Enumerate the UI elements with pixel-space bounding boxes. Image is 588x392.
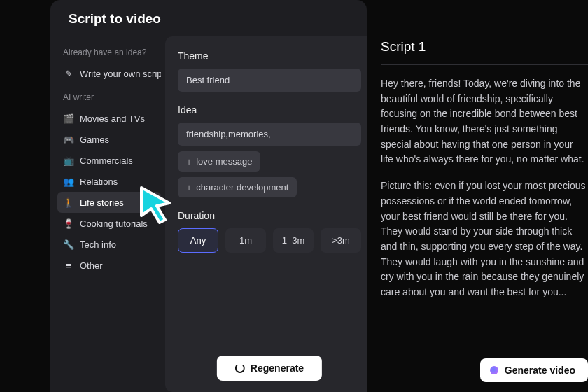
regenerate-label: Regenerate bbox=[251, 363, 304, 374]
sidebar-item-label: Commercials bbox=[80, 155, 133, 166]
sidebar-item-tech[interactable]: 🔧 Tech info bbox=[57, 234, 161, 255]
idea-input[interactable] bbox=[178, 122, 361, 146]
sidebar-item-label: Relations bbox=[80, 176, 118, 187]
sidebar-item-movies[interactable]: 🎬 Movies and TVs bbox=[57, 108, 161, 129]
generate-video-button[interactable]: Generate video bbox=[480, 358, 588, 382]
sidebar-item-life-stories[interactable]: 🚶 Life stories bbox=[57, 192, 161, 213]
tv-icon: 📺 bbox=[63, 155, 74, 166]
plus-icon: + bbox=[186, 157, 192, 167]
duration-any[interactable]: Any bbox=[178, 228, 218, 253]
generate-label: Generate video bbox=[505, 365, 575, 376]
script-paragraph: Picture this: even if you lost your most… bbox=[381, 178, 588, 300]
script-paragraph: Hey there, friends! Today, we're diving … bbox=[381, 76, 588, 167]
chip-label: character development bbox=[196, 182, 288, 192]
sidebar-item-label: Cooking tutorials bbox=[80, 218, 148, 229]
sidebar-item-label: Life stories bbox=[80, 197, 124, 208]
idea-suggestions: + love message + character development bbox=[178, 151, 361, 197]
sidebar-item-label: Games bbox=[80, 134, 109, 145]
sidebar-item-label: Other bbox=[80, 260, 103, 271]
sidebar-item-cooking[interactable]: 🍷 Cooking tutorials bbox=[57, 213, 161, 234]
sidebar: Already have an idea? ✎ Write your own s… bbox=[50, 36, 165, 392]
sidebar-item-label: Tech info bbox=[80, 239, 116, 250]
wrench-icon: 🔧 bbox=[63, 239, 74, 250]
sidebar-item-label: Movies and TVs bbox=[80, 113, 145, 124]
duration-gt3m[interactable]: >3m bbox=[321, 228, 361, 253]
list-icon: ≡ bbox=[63, 260, 74, 271]
panel-body: Already have an idea? ✎ Write your own s… bbox=[50, 36, 367, 392]
sidebar-item-write-own[interactable]: ✎ Write your own script bbox=[57, 63, 161, 84]
duration-label: Duration bbox=[178, 210, 361, 221]
script-body: Hey there, friends! Today, we're diving … bbox=[381, 76, 588, 300]
wine-icon: 🍷 bbox=[63, 218, 74, 229]
regenerate-button[interactable]: Regenerate bbox=[217, 356, 322, 381]
plus-icon: + bbox=[186, 183, 192, 192]
sidebar-heading-ai: AI writer bbox=[57, 88, 161, 108]
sidebar-item-games[interactable]: 🎮 Games bbox=[57, 129, 161, 150]
idea-label: Idea bbox=[178, 104, 361, 115]
panel-title: Script to video bbox=[50, 0, 367, 36]
theme-input[interactable] bbox=[178, 69, 361, 92]
sparkle-icon bbox=[490, 366, 498, 374]
sidebar-item-label: Write your own script bbox=[80, 69, 161, 79]
film-icon: 🎬 bbox=[63, 113, 74, 124]
chip-label: love message bbox=[196, 156, 252, 167]
duration-1-3m[interactable]: 1–3m bbox=[273, 228, 314, 253]
script-preview-panel: Script 1 Hey there, friends! Today, we'r… bbox=[381, 39, 588, 392]
people-icon: 👥 bbox=[63, 176, 74, 187]
gamepad-icon: 🎮 bbox=[63, 134, 74, 145]
theme-label: Theme bbox=[178, 50, 361, 62]
sidebar-item-commercials[interactable]: 📺 Commercials bbox=[57, 150, 161, 171]
script-to-video-panel: Script to video Already have an idea? ✎ … bbox=[50, 0, 367, 392]
sidebar-item-relations[interactable]: 👥 Relations bbox=[57, 171, 161, 192]
duration-1m[interactable]: 1m bbox=[225, 228, 266, 253]
person-icon: 🚶 bbox=[63, 197, 74, 208]
script-title: Script 1 bbox=[381, 39, 588, 65]
script-form: Theme Idea + love message + character de… bbox=[165, 36, 367, 392]
duration-options: Any 1m 1–3m >3m bbox=[178, 228, 361, 253]
chip-love-message[interactable]: + love message bbox=[178, 151, 260, 172]
pencil-icon: ✎ bbox=[63, 68, 74, 79]
sidebar-heading-idea: Already have an idea? bbox=[57, 43, 161, 63]
chip-character-development[interactable]: + character development bbox=[178, 177, 297, 197]
sidebar-item-other[interactable]: ≡ Other bbox=[57, 255, 161, 276]
refresh-icon bbox=[235, 363, 245, 373]
